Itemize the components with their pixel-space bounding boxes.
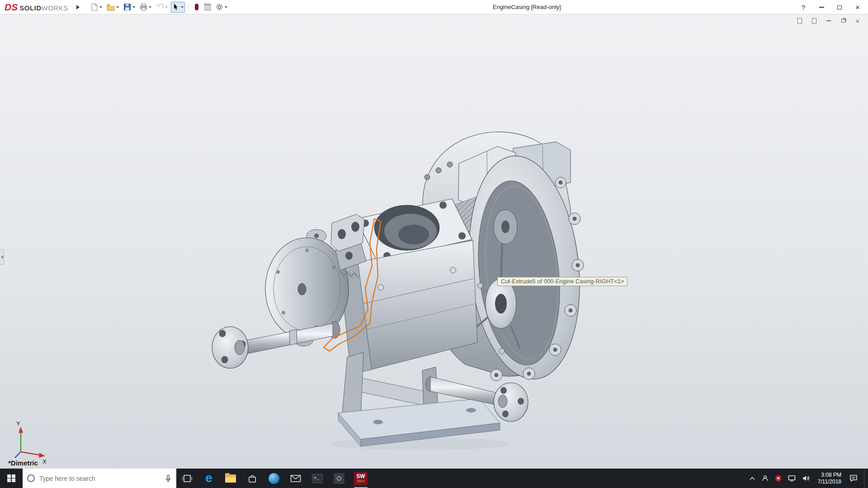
save-icon	[123, 3, 131, 11]
chevron-up-icon	[749, 476, 755, 481]
graphics-viewport[interactable]: Y X × Cut-Extrude5 of 000-Engine Casing-…	[0, 14, 868, 469]
tray-network-button[interactable]	[788, 475, 796, 482]
macro-button[interactable]	[193, 2, 201, 13]
properties-button[interactable]	[203, 2, 212, 13]
page-icon	[797, 18, 802, 23]
minimize-icon	[819, 7, 824, 8]
print-button[interactable]	[138, 2, 153, 13]
taskbar-app-store[interactable]	[241, 469, 263, 488]
antivirus-shield-icon	[775, 475, 782, 482]
undo-button[interactable]	[155, 2, 169, 13]
titlebar: DSSOLIDWORKS	[0, 0, 868, 14]
dark-app-icon	[334, 473, 344, 484]
menu-expand-icon	[76, 5, 80, 9]
options-gear-icon	[216, 3, 223, 11]
taskbar-app-solidworks[interactable]: SW 2017	[350, 469, 372, 488]
solidworks-badge-text: SW	[356, 474, 365, 479]
chevron-down-icon	[132, 6, 135, 8]
taskbar-app-edge[interactable]: e	[198, 469, 220, 488]
search-icon	[27, 474, 35, 482]
chevron-down-icon	[149, 6, 151, 8]
left-axle[interactable]	[212, 321, 340, 368]
chevron-down-icon	[165, 6, 168, 8]
restore-icon	[841, 19, 845, 23]
maximize-button[interactable]	[833, 2, 846, 13]
action-center-button[interactable]	[849, 474, 858, 482]
store-bag-icon	[247, 474, 257, 483]
new-document-button[interactable]	[89, 2, 104, 13]
search-input[interactable]	[39, 475, 160, 482]
open-button[interactable]	[105, 2, 120, 13]
chevron-down-icon	[225, 6, 227, 8]
taskbar-app-terminal[interactable]: >_	[307, 469, 328, 488]
tray-expand-button[interactable]	[749, 476, 755, 481]
close-icon: ×	[855, 4, 860, 11]
orientation-triad[interactable]: Y X	[15, 420, 47, 465]
open-icon	[107, 4, 115, 11]
engine-casing-model[interactable]	[212, 132, 590, 450]
show-desktop-button[interactable]	[864, 469, 866, 488]
doc-minimize-button[interactable]	[825, 17, 833, 24]
solidworks-logo: DSSOLIDWORKS	[0, 2, 73, 13]
close-icon: ×	[856, 18, 860, 24]
toolbar-separator	[189, 3, 189, 11]
start-button[interactable]	[0, 469, 23, 488]
save-button[interactable]	[122, 2, 137, 13]
panel-splitter-tab[interactable]	[0, 249, 4, 265]
browser-globe-icon	[269, 473, 279, 484]
chevron-down-icon	[116, 6, 119, 8]
select-tool-button[interactable]	[171, 2, 185, 13]
main-toolbar	[89, 2, 229, 13]
tray-antivirus-button[interactable]	[775, 475, 782, 482]
ds-logo: DS	[5, 2, 18, 13]
network-icon	[788, 475, 796, 482]
macro-icon	[194, 3, 199, 11]
terminal-icon: >_	[312, 474, 323, 483]
options-button[interactable]	[214, 2, 229, 13]
taskbar-app-browser[interactable]	[263, 469, 285, 488]
taskbar-app-mail[interactable]	[285, 469, 307, 488]
undo-icon	[156, 3, 164, 11]
person-icon	[762, 475, 769, 482]
file-explorer-icon	[225, 474, 236, 483]
solidworks-app-icon: SW 2017	[354, 472, 368, 485]
taskbar-app-dark[interactable]	[328, 469, 350, 488]
minimize-button[interactable]	[815, 2, 828, 13]
window-title: EngineCasing [Read-only]	[493, 4, 561, 10]
triad-x-label: X	[42, 458, 47, 465]
properties-icon	[204, 3, 211, 11]
close-button[interactable]: ×	[851, 2, 864, 13]
solidworks-window: DSSOLIDWORKS	[0, 0, 868, 488]
hover-tooltip: Cut-Extrude5 of 000-Engine Casing-RIGHT<…	[497, 277, 627, 286]
help-icon: ?	[802, 4, 805, 11]
menu-expand-button[interactable]	[74, 3, 83, 12]
microphone-icon[interactable]	[165, 474, 172, 483]
taskbar-search[interactable]	[23, 469, 176, 488]
action-center-icon	[849, 474, 858, 482]
doc-restore-button[interactable]	[839, 17, 847, 24]
print-icon	[140, 3, 147, 11]
tray-user-button[interactable]	[762, 475, 769, 482]
doc-window-icon-1[interactable]	[796, 17, 804, 24]
doc-close-button[interactable]: ×	[854, 17, 862, 24]
clock-date: 7/11/2018	[818, 479, 842, 485]
tray-volume-button[interactable]	[802, 475, 810, 482]
maximize-icon	[837, 5, 842, 9]
windows-taskbar: e >_ SW 2017	[0, 469, 868, 488]
edge-icon: e	[205, 472, 212, 484]
brand-solid: SOLID	[19, 4, 41, 12]
doc-window-icon-2[interactable]	[810, 17, 818, 24]
help-button[interactable]: ?	[797, 2, 810, 13]
task-view-button[interactable]	[176, 469, 198, 488]
solidworks-badge-year: 2017	[357, 479, 365, 483]
taskbar-app-file-explorer[interactable]	[220, 469, 241, 488]
system-tray: 3:08 PM 7/11/2018	[749, 469, 868, 488]
mail-icon	[290, 474, 301, 483]
model-canvas[interactable]: Y X	[0, 14, 868, 469]
task-view-icon	[182, 474, 193, 483]
taskbar-clock[interactable]: 3:08 PM 7/11/2018	[816, 472, 844, 485]
triad-y-label: Y	[16, 420, 20, 427]
view-orientation-label: *Dimetric	[8, 459, 38, 467]
chevron-down-icon	[99, 6, 102, 8]
window-controls: ? ×	[797, 0, 864, 14]
